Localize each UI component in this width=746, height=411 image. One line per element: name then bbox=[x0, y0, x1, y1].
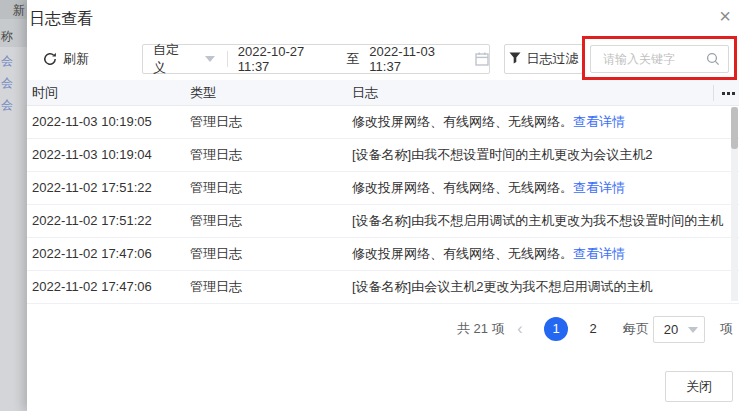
log-message-cell: 修改投屏网络、有线网络、无线网络。查看详情 bbox=[352, 106, 724, 138]
pagination-bar: 共 21 项 ‹ 1 2 › 每页 20 项 bbox=[27, 315, 739, 343]
log-filter-label: 日志过滤 bbox=[527, 50, 579, 68]
log-filter-button[interactable]: 日志过滤 bbox=[504, 44, 583, 74]
log-time-cell: 2022-11-03 10:19:05 bbox=[32, 106, 182, 138]
calendar-icon bbox=[475, 52, 489, 66]
log-time-cell: 2022-11-02 17:51:22 bbox=[32, 172, 182, 204]
refresh-icon bbox=[43, 52, 57, 66]
log-time-cell: 2022-11-02 17:47:06 bbox=[32, 238, 182, 270]
view-detail-link[interactable]: 查看详情 bbox=[573, 180, 625, 195]
log-message-cell: 修改投屏网络、有线网络、无线网络。查看详情 bbox=[352, 172, 724, 204]
page-backdrop: 新称会会会 bbox=[0, 0, 27, 411]
log-type-cell: 管理日志 bbox=[190, 139, 340, 171]
view-detail-link[interactable]: 查看详情 bbox=[573, 246, 625, 261]
column-settings-icon[interactable] bbox=[720, 88, 737, 99]
dialog-close-icon[interactable]: × bbox=[713, 4, 737, 28]
table-header: 时间 类型 日志 bbox=[27, 80, 739, 106]
per-page-label: 每页 bbox=[623, 315, 649, 343]
log-type-cell: 管理日志 bbox=[190, 106, 340, 138]
log-type-cell: 管理日志 bbox=[190, 205, 340, 237]
pagination-prev-button[interactable]: ‹ bbox=[511, 315, 529, 343]
items-unit-label: 项 bbox=[720, 315, 733, 343]
date-range-picker[interactable]: 自定义 2022-10-27 11:37 至 2022-11-03 11:37 bbox=[142, 44, 490, 74]
chevron-down-icon bbox=[688, 327, 698, 333]
end-date-value[interactable]: 2022-11-03 11:37 bbox=[369, 44, 467, 74]
backdrop-partial-text: 会 bbox=[1, 53, 13, 70]
table-row: 2022-11-02 17:47:06管理日志[设备名称]由会议主机2更改为我不… bbox=[27, 271, 739, 304]
divider bbox=[227, 51, 228, 67]
search-icon[interactable] bbox=[706, 52, 720, 66]
column-header-time: 时间 bbox=[32, 80, 58, 106]
log-type-cell: 管理日志 bbox=[190, 271, 340, 303]
log-message-cell: [设备名称]由我不想启用调试的主机更改为我不想设置时间的主机 bbox=[352, 205, 724, 237]
pagination-page-1[interactable]: 1 bbox=[544, 317, 568, 341]
log-time-cell: 2022-11-02 17:47:06 bbox=[32, 271, 182, 303]
divider bbox=[713, 85, 714, 101]
table-row: 2022-11-02 17:47:06管理日志修改投屏网络、有线网络、无线网络。… bbox=[27, 238, 739, 271]
dialog-title: 日志查看 bbox=[29, 9, 93, 30]
table-scrollbar-thumb[interactable] bbox=[731, 107, 738, 149]
page-size-select[interactable]: 20 bbox=[653, 316, 705, 343]
date-to-label: 至 bbox=[346, 50, 359, 68]
table-body: 2022-11-03 10:19:05管理日志修改投屏网络、有线网络、无线网络。… bbox=[27, 106, 739, 304]
close-button[interactable]: 关闭 bbox=[665, 371, 733, 402]
backdrop-partial-text: 新 bbox=[13, 2, 25, 19]
column-header-type: 类型 bbox=[190, 80, 216, 106]
keyword-search-input[interactable] bbox=[591, 52, 706, 66]
backdrop-partial-text: 会 bbox=[1, 75, 13, 92]
table-scrollbar-track[interactable] bbox=[731, 107, 738, 301]
log-time-cell: 2022-11-02 17:51:22 bbox=[32, 205, 182, 237]
backdrop-partial-text: 会 bbox=[1, 97, 13, 114]
refresh-button[interactable]: 刷新 bbox=[43, 44, 89, 74]
table-row: 2022-11-03 10:19:04管理日志[设备名称]由我不想设置时间的主机… bbox=[27, 139, 739, 172]
page-size-value: 20 bbox=[654, 322, 688, 337]
log-type-cell: 管理日志 bbox=[190, 172, 340, 204]
start-date-value[interactable]: 2022-10-27 11:37 bbox=[238, 44, 337, 74]
log-type-cell: 管理日志 bbox=[190, 238, 340, 270]
pagination-total: 共 21 项 bbox=[457, 315, 505, 343]
refresh-label: 刷新 bbox=[63, 50, 89, 68]
table-row: 2022-11-03 10:19:05管理日志修改投屏网络、有线网络、无线网络。… bbox=[27, 106, 739, 139]
log-viewer-dialog: 日志查看 × 刷新 自定义 2022-10-27 11:37 至 2022-11… bbox=[27, 0, 746, 411]
log-message-cell: 修改投屏网络、有线网络、无线网络。查看详情 bbox=[352, 238, 724, 270]
log-viewer-screen: 新称会会会 日志查看 × 刷新 自定义 2022-10-27 11:37 至 2… bbox=[0, 0, 746, 411]
log-message-cell: [设备名称]由我不想设置时间的主机更改为会议主机2 bbox=[352, 139, 724, 171]
filter-funnel-icon bbox=[509, 52, 521, 67]
pagination-page-2[interactable]: 2 bbox=[583, 315, 603, 343]
table-row: 2022-11-02 17:51:22管理日志修改投屏网络、有线网络、无线网络。… bbox=[27, 172, 739, 205]
log-time-cell: 2022-11-03 10:19:04 bbox=[32, 139, 182, 171]
backdrop-partial-text: 称 bbox=[1, 28, 13, 45]
view-detail-link[interactable]: 查看详情 bbox=[573, 114, 625, 129]
keyword-search-box[interactable] bbox=[590, 45, 729, 73]
chevron-down-icon bbox=[205, 56, 215, 62]
log-message-cell: [设备名称]由会议主机2更改为我不想启用调试的主机 bbox=[352, 271, 724, 303]
table-row: 2022-11-02 17:51:22管理日志[设备名称]由我不想启用调试的主机… bbox=[27, 205, 739, 238]
range-preset-select[interactable]: 自定义 bbox=[153, 41, 191, 77]
column-header-log: 日志 bbox=[352, 80, 378, 106]
